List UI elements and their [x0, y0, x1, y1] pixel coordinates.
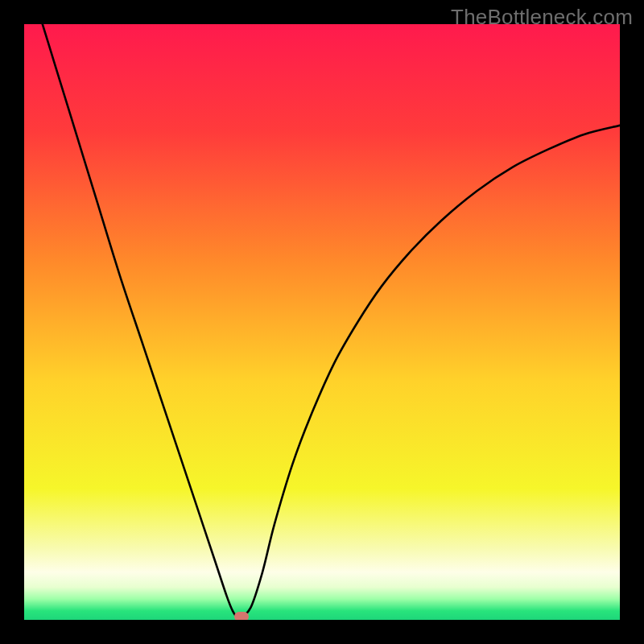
series-bottleneck_left [24, 24, 238, 620]
chart-frame: TheBottleneck.com [0, 0, 644, 644]
watermark-text: TheBottleneck.com [451, 5, 633, 30]
series-bottleneck_right [238, 126, 620, 620]
bottleneck-curve [24, 24, 620, 620]
optimal-point-marker [234, 612, 249, 620]
plot-area [24, 24, 620, 620]
